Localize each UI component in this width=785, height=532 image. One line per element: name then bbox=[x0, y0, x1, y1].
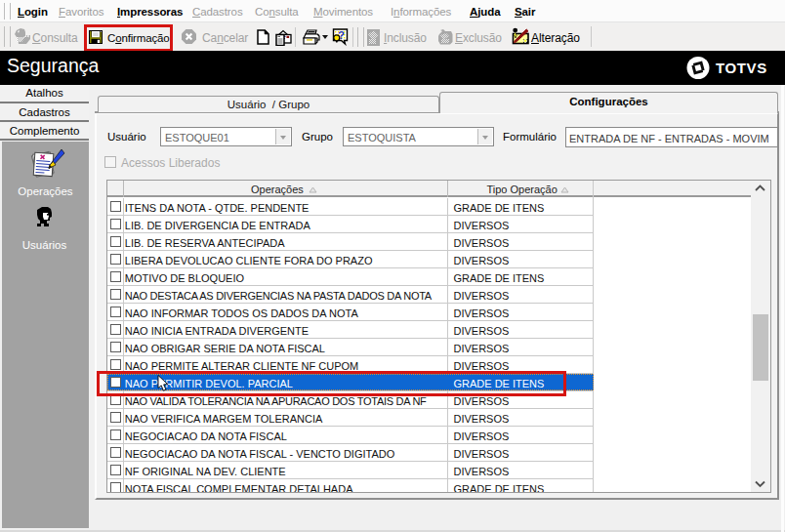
svg-text:TOTVS: TOTVS bbox=[716, 60, 767, 76]
